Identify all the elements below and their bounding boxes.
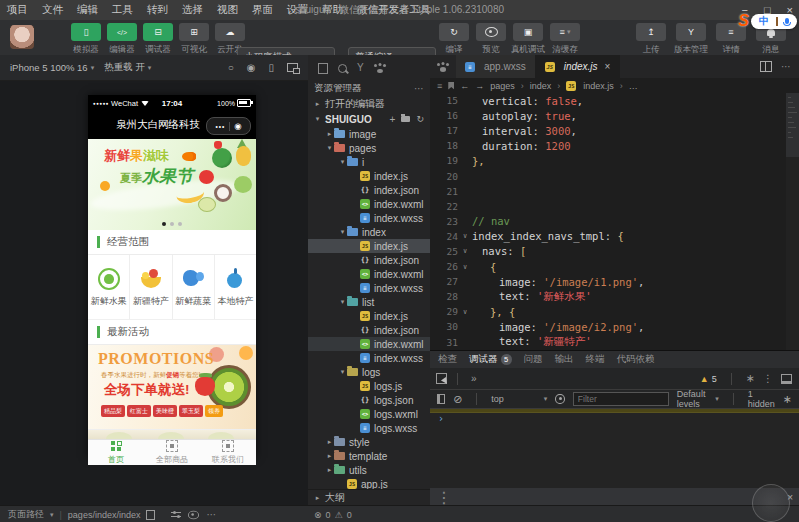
tree-file-index.js[interactable]: JSindex.js: [308, 239, 430, 253]
tree-file-logs.wxml[interactable]: <>logs.wxml: [308, 407, 430, 421]
可视化-button[interactable]: ⊞: [179, 23, 209, 41]
live-expression-eye-icon[interactable]: [555, 394, 564, 404]
minimap-scrollbar[interactable]: [786, 93, 799, 350]
ime-cursor-icon[interactable]: [776, 17, 778, 26]
code-line-19[interactable]: 19},: [430, 153, 799, 168]
编译-button[interactable]: ↻: [439, 23, 469, 41]
tree-file-index.js[interactable]: JSindex.js: [308, 309, 430, 323]
ime-toolbar[interactable]: 中: [751, 14, 797, 29]
模拟器-button[interactable]: ▯: [71, 23, 101, 41]
settings-gear-icon[interactable]: ∗: [746, 372, 755, 385]
code-line-16[interactable]: 16autoplay: true,: [430, 108, 799, 123]
new-folder-icon[interactable]: [401, 116, 410, 122]
clear-console-icon[interactable]: ⊘: [453, 393, 462, 406]
menu-icon[interactable]: ≡: [437, 81, 442, 91]
console-filter-input[interactable]: [573, 392, 669, 406]
float-window-icon[interactable]: [287, 63, 298, 72]
more-menu-icon[interactable]: •••: [215, 123, 225, 130]
console-prompt[interactable]: ›: [430, 413, 799, 425]
breadcrumb-item-pages[interactable]: pages: [490, 81, 515, 91]
chevron-down-icon[interactable]: ▾: [50, 511, 54, 519]
kebab-menu-icon[interactable]: ⋮: [763, 373, 773, 384]
调试器-button[interactable]: ⊟: [143, 23, 173, 41]
bookmark-icon[interactable]: [448, 82, 454, 90]
code-line-28[interactable]: 28text: '新鲜水果': [430, 289, 799, 304]
phone-tab-联系我们[interactable]: 联系我们: [200, 440, 256, 465]
phone-tab-全部商品[interactable]: 全部商品: [144, 440, 200, 465]
真机调试-button[interactable]: ▣: [513, 23, 543, 41]
outline-section[interactable]: ▸ 大纲: [308, 489, 430, 505]
debug-tab-检查[interactable]: 检查: [438, 353, 457, 366]
code-line-29[interactable]: 29∨}, {: [430, 304, 799, 319]
上传-button[interactable]: ↥: [636, 23, 666, 41]
tab-overflow-icon[interactable]: »: [464, 368, 484, 389]
tree-folder-utils[interactable]: ▸utils: [308, 463, 430, 477]
tree-file-index.wxss[interactable]: ≡index.wxss: [308, 351, 430, 365]
promo-tag[interactable]: 精品梨: [101, 405, 125, 417]
menu-item-界面[interactable]: 界面: [252, 3, 273, 17]
refresh-icon[interactable]: ↻: [416, 114, 424, 124]
预览-button[interactable]: [476, 23, 506, 41]
project-row[interactable]: ▾ SHUIGUO + ↻: [308, 111, 430, 127]
debug-tab-终端[interactable]: 终端: [586, 353, 605, 366]
phone-tab-首页[interactable]: 首页: [88, 440, 144, 465]
code-line-17[interactable]: 17interval: 3000,: [430, 123, 799, 138]
tree-file-index.json[interactable]: {}index.json: [308, 253, 430, 267]
sogou-logo-icon[interactable]: S: [738, 12, 749, 30]
warning-count-badge[interactable]: ▲ 5: [700, 374, 717, 384]
refresh-icon[interactable]: ○: [228, 63, 234, 73]
category-item-新鲜蔬菜[interactable]: 新鲜蔬菜: [173, 255, 215, 319]
more-icon[interactable]: ⋯: [206, 509, 216, 520]
fold-arrow-icon[interactable]: ∨: [458, 308, 472, 316]
debug-tab-问题[interactable]: 问题: [524, 353, 543, 366]
promo-tag-coupon[interactable]: 领券: [205, 405, 223, 417]
tree-file-index.wxml[interactable]: <>index.wxml: [308, 267, 430, 281]
版本管理-button[interactable]: Y: [676, 23, 706, 41]
files-icon[interactable]: [318, 63, 328, 74]
nav-back-icon[interactable]: ←: [460, 81, 469, 91]
menu-item-项目[interactable]: 项目: [7, 3, 28, 17]
code-line-30[interactable]: 30image: '/image/i2.png',: [430, 319, 799, 334]
microphone-icon[interactable]: [785, 18, 789, 24]
云开发-button[interactable]: ☁: [215, 23, 245, 41]
search-icon[interactable]: [338, 64, 347, 73]
code-line-22[interactable]: 22: [430, 199, 799, 214]
avatar[interactable]: [10, 25, 34, 49]
tree-folder-list[interactable]: ▾list: [308, 295, 430, 309]
log-levels-select[interactable]: Default levels ▾: [677, 389, 719, 409]
category-item-新疆特产[interactable]: 新疆特产: [130, 255, 172, 319]
promo-tag[interactable]: 红富士: [127, 405, 151, 417]
console-settings-gear-icon[interactable]: ∗: [783, 393, 792, 406]
fold-arrow-icon[interactable]: ∨: [458, 263, 472, 271]
console-output[interactable]: ›: [430, 409, 799, 490]
tree-file-index.wxml[interactable]: <>index.wxml: [308, 197, 430, 211]
problems-indicator[interactable]: ⊗0 ⚠0: [314, 510, 352, 520]
capsule-menu[interactable]: ••• ◉: [206, 117, 251, 135]
tree-folder-pages[interactable]: ▾pages: [308, 141, 430, 155]
menu-item-选择[interactable]: 选择: [182, 3, 203, 17]
code-area[interactable]: 15vertical: false,16autoplay: true,17int…: [430, 93, 799, 350]
git-branch-icon[interactable]: Y: [357, 63, 364, 73]
tree-file-logs.js[interactable]: JSlogs.js: [308, 379, 430, 393]
debug-tab-调试器[interactable]: 调试器5: [469, 353, 512, 366]
menu-item-编辑[interactable]: 编辑: [77, 3, 98, 17]
tree-file-logs.wxss[interactable]: ≡logs.wxss: [308, 421, 430, 435]
tree-file-index.wxss[interactable]: ≡index.wxss: [308, 281, 430, 295]
promo-tag[interactable]: 翠玉梨: [179, 405, 203, 417]
debug-tab-代码依赖[interactable]: 代码依赖: [617, 353, 655, 366]
hot-reload-toggle[interactable]: 热重载 开 ▾: [104, 61, 151, 74]
wechat-paw-icon[interactable]: [374, 63, 386, 73]
eye-icon[interactable]: [188, 510, 199, 519]
menu-item-文件[interactable]: 文件: [42, 3, 63, 17]
tree-file-index.json[interactable]: {}index.json: [308, 183, 430, 197]
editor-tab-index.js[interactable]: JSindex.js×: [536, 55, 621, 78]
tuner-icon[interactable]: [171, 511, 181, 518]
code-line-27[interactable]: 27image: '/image/i1.png',: [430, 274, 799, 289]
code-line-24[interactable]: 24∨index_index_navs_tmpl: {: [430, 229, 799, 244]
code-line-23[interactable]: 23// nav: [430, 214, 799, 229]
device-select[interactable]: iPhone 5 100% 16 ▾: [10, 62, 94, 73]
tree-file-index.json[interactable]: {}index.json: [308, 323, 430, 337]
ime-language-toggle[interactable]: 中: [759, 14, 769, 28]
code-line-26[interactable]: 26∨{: [430, 259, 799, 274]
dock-side-icon[interactable]: [781, 374, 792, 384]
